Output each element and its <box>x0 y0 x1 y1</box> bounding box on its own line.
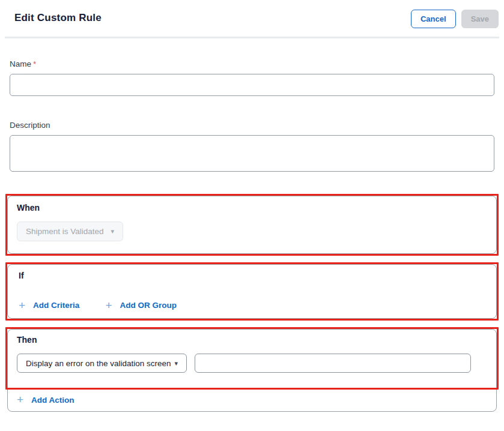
plus-icon: + <box>105 301 112 310</box>
add-criteria-label: Add Criteria <box>33 301 79 310</box>
plus-icon: + <box>17 396 23 404</box>
if-label: If <box>19 271 485 280</box>
when-section: When Shipment is Validated ▾ <box>7 196 497 254</box>
save-button: Save <box>461 10 499 28</box>
trigger-select-value: Shipment is Validated <box>26 227 104 236</box>
add-criteria-button[interactable]: + Add Criteria <box>19 301 79 310</box>
header-actions: Cancel Save <box>411 10 499 28</box>
then-section: Then Display an error on the validation … <box>7 329 497 412</box>
add-action-label: Add Action <box>31 396 74 405</box>
page-title: Edit Custom Rule <box>14 10 102 24</box>
add-action-button[interactable]: + Add Action <box>17 396 74 405</box>
rule-sections: When Shipment is Validated ▾ If + Add Cr… <box>7 196 497 412</box>
name-label-text: Name <box>10 59 31 68</box>
header: Edit Custom Rule Cancel Save <box>0 0 504 28</box>
add-or-group-label: Add OR Group <box>120 301 177 310</box>
cancel-button[interactable]: Cancel <box>411 10 456 28</box>
description-textarea[interactable] <box>10 135 494 172</box>
required-asterisk: * <box>33 59 36 68</box>
chevron-down-icon: ▾ <box>174 360 178 367</box>
description-label: Description <box>10 121 494 130</box>
action-message-input[interactable] <box>195 354 471 373</box>
action-select[interactable]: Display an error on the validation scree… <box>17 354 187 373</box>
trigger-select[interactable]: Shipment is Validated ▾ <box>17 222 123 241</box>
name-label: Name* <box>10 59 494 68</box>
then-label: Then <box>17 335 485 345</box>
when-label: When <box>17 203 485 212</box>
if-section: If + Add Criteria + Add OR Group <box>7 264 497 319</box>
action-select-value: Display an error on the validation scree… <box>26 359 171 368</box>
add-or-group-button[interactable]: + Add OR Group <box>105 301 177 310</box>
plus-icon: + <box>19 301 25 310</box>
header-divider <box>5 37 499 38</box>
form-fields: Name* Description <box>0 59 504 172</box>
if-actions-row: + Add Criteria + Add OR Group <box>19 301 485 310</box>
chevron-down-icon: ▾ <box>111 228 115 235</box>
name-input[interactable] <box>10 74 494 96</box>
then-add-action-row: + Add Action <box>17 395 485 406</box>
then-action-row: Display an error on the validation scree… <box>17 354 485 373</box>
